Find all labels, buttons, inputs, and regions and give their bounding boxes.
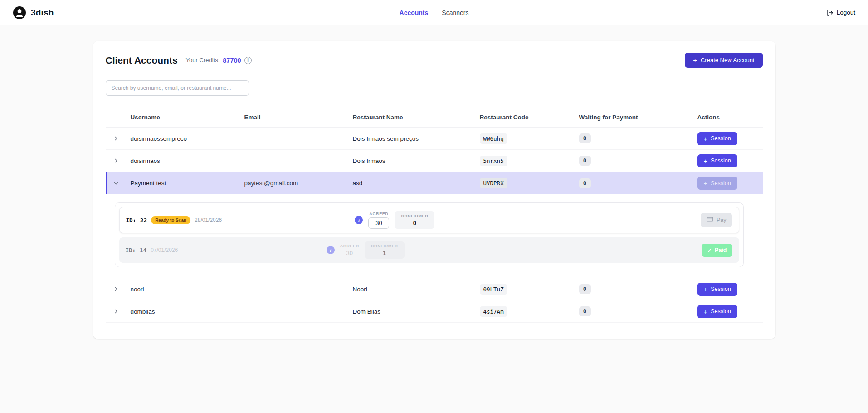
session-button-label: Session	[711, 286, 731, 292]
restaurant-code-pill: UVDPRX	[480, 178, 507, 188]
restaurant-code-pill: 09LTuZ	[480, 284, 507, 295]
restaurant-code-pill: 5nrxn5	[480, 156, 507, 166]
cell-restaurant-name: asd	[353, 180, 480, 187]
plus-icon: +	[704, 286, 708, 293]
agreed-value: 30	[346, 250, 352, 256]
session-button[interactable]: + Session	[697, 154, 737, 167]
scan-row: ID: 22 Ready to Scan 28/01/2026 i AGREED…	[119, 207, 739, 233]
tab-scanners[interactable]: Scanners	[442, 9, 468, 16]
agreed-label: AGREED	[340, 244, 359, 248]
cell-username: Payment test	[131, 180, 244, 187]
info-icon[interactable]: i	[355, 216, 363, 224]
accounts-table: Username Email Restaurant Name Restauran…	[106, 109, 763, 323]
scan-row-paid: ID: 14 07/01/2026 i AGREED 30 CONFIRMED …	[119, 237, 739, 263]
scan-stats: i AGREED CONFIRMED 0	[355, 211, 434, 229]
table-row: doisirmaos Dois Irmãos 5nrxn5 0 + Sessio…	[106, 150, 763, 172]
scan-id-label: ID:	[126, 247, 136, 254]
waiting-count-badge: 0	[579, 156, 591, 166]
plus-icon: +	[704, 180, 708, 187]
col-header-waiting: Waiting for Payment	[579, 114, 697, 121]
confirmed-label: CONFIRMED	[371, 244, 398, 248]
session-button[interactable]: + Session	[697, 132, 737, 145]
cell-restaurant-name: Dom Bilas	[353, 308, 480, 315]
agreed-amount-input[interactable]	[368, 217, 389, 229]
main-nav: Accounts Scanners	[400, 0, 469, 25]
cell-username: noori	[131, 286, 244, 293]
create-button-label: Create New Account	[701, 57, 755, 64]
confirmed-label: CONFIRMED	[401, 214, 428, 218]
brand: 3dish	[13, 6, 54, 20]
cell-username: dombilas	[131, 308, 244, 315]
chevron-right-icon[interactable]	[109, 132, 123, 145]
scan-info: ID: 22 Ready to Scan 28/01/2026	[126, 216, 222, 224]
cell-email: paytest@gmail.com	[244, 180, 353, 187]
scan-id-value: 22	[140, 217, 147, 224]
confirmed-value: 1	[383, 250, 386, 256]
session-button[interactable]: + Session	[697, 283, 737, 296]
scan-date: 07/01/2026	[151, 247, 178, 253]
logout-button[interactable]: Logout	[826, 9, 855, 16]
scan-date: 28/01/2026	[195, 217, 222, 223]
credits-value: 87700	[223, 57, 241, 64]
plus-icon: +	[704, 135, 708, 142]
brand-name: 3dish	[31, 8, 54, 18]
expanded-row-details: ID: 22 Ready to Scan 28/01/2026 i AGREED…	[106, 194, 763, 278]
cell-restaurant-name: Dois Irmãos sem preços	[353, 135, 480, 142]
top-navbar: 3dish Accounts Scanners Logout	[0, 0, 868, 25]
session-button-disabled[interactable]: + Session	[697, 177, 737, 190]
chevron-right-icon[interactable]	[109, 305, 123, 318]
col-header-actions: Actions	[697, 114, 763, 121]
session-button-label: Session	[711, 135, 731, 142]
plus-icon: +	[704, 157, 708, 164]
chevron-right-icon[interactable]	[109, 282, 123, 296]
cell-username: doisirmaossempreco	[131, 135, 244, 142]
agreed-stat: AGREED 30	[340, 244, 359, 256]
scan-action: ✓ Paid	[702, 244, 733, 257]
chevron-right-icon[interactable]	[109, 154, 123, 167]
credits: Your Credits: 87700 i	[186, 57, 252, 64]
info-icon[interactable]: i	[244, 57, 252, 64]
scan-stats: i AGREED 30 CONFIRMED 1	[327, 241, 405, 259]
waiting-count-badge: 0	[579, 178, 591, 188]
table-header-row: Username Email Restaurant Name Restauran…	[106, 109, 763, 128]
scan-info: ID: 14 07/01/2026	[126, 247, 178, 254]
check-icon: ✓	[707, 247, 712, 254]
client-accounts-card: Client Accounts Your Credits: 87700 i + …	[93, 41, 775, 339]
plus-icon: +	[704, 308, 708, 315]
session-button-label: Session	[711, 180, 731, 187]
credit-card-icon	[707, 216, 713, 224]
logout-label: Logout	[837, 9, 855, 16]
logout-icon	[826, 9, 834, 16]
col-header-restaurant-code: Restaurant Code	[480, 114, 579, 121]
session-button-label: Session	[711, 157, 731, 164]
status-badge-ready: Ready to Scan	[151, 216, 190, 224]
credits-label: Your Credits:	[186, 57, 220, 64]
session-button-label: Session	[711, 308, 731, 315]
info-icon[interactable]: i	[327, 246, 335, 254]
chevron-down-icon[interactable]	[109, 177, 123, 190]
cell-username: doisirmaos	[131, 157, 244, 164]
create-new-account-button[interactable]: + Create New Account	[685, 53, 762, 68]
search-input[interactable]	[106, 80, 249, 96]
cell-restaurant-name: Dois Irmãos	[353, 157, 480, 164]
scans-panel: ID: 22 Ready to Scan 28/01/2026 i AGREED…	[115, 202, 744, 267]
confirmed-value: 0	[413, 220, 416, 226]
scan-id-value: 14	[140, 247, 146, 254]
scan-id-label: ID:	[126, 217, 137, 224]
page-title: Client Accounts	[106, 55, 178, 66]
table-row-selected: Payment test paytest@gmail.com asd UVDPR…	[106, 172, 763, 194]
session-button[interactable]: + Session	[697, 305, 737, 318]
cell-restaurant-name: Noori	[353, 286, 480, 293]
pay-button[interactable]: Pay	[701, 213, 732, 227]
table-row: noori Noori 09LTuZ 0 + Session	[106, 278, 763, 300]
confirmed-stat: CONFIRMED 0	[395, 211, 434, 229]
paid-badge: ✓ Paid	[702, 244, 733, 257]
table-row: doisirmaossempreco Dois Irmãos sem preço…	[106, 128, 763, 150]
table-row: dombilas Dom Bilas 4si7Am 0 + Session	[106, 300, 763, 323]
user-avatar-icon	[13, 6, 26, 20]
col-header-email: Email	[244, 114, 353, 121]
tab-accounts[interactable]: Accounts	[400, 9, 429, 16]
plus-icon: +	[693, 57, 697, 64]
confirmed-stat: CONFIRMED 1	[365, 241, 405, 259]
card-header: Client Accounts Your Credits: 87700 i + …	[106, 53, 763, 68]
